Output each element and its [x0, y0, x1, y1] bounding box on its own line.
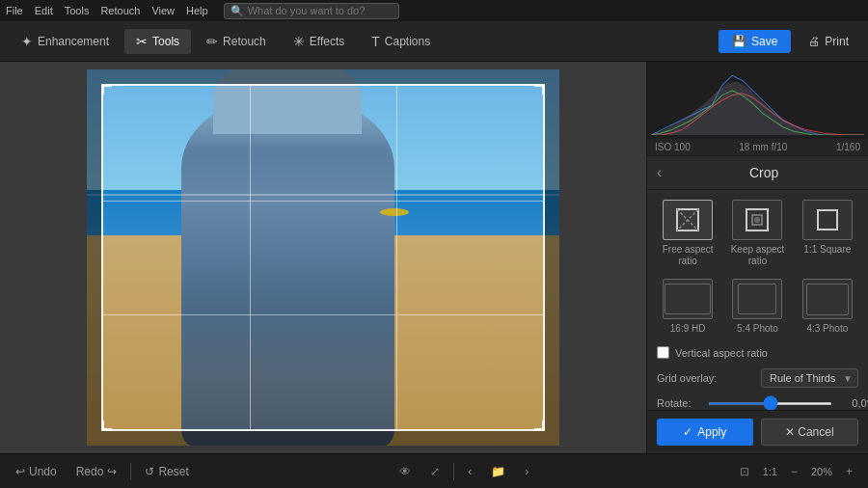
exif-iso: ISO 100 — [655, 142, 691, 152]
tab-tools-label: Tools — [152, 35, 179, 48]
free-crop-svg — [674, 206, 701, 233]
preset-54-rect — [738, 284, 776, 314]
grid-v1 — [250, 86, 251, 429]
zoom-in-button[interactable]: + — [840, 463, 858, 480]
zoom-100: 1:1 — [763, 466, 777, 477]
crop-grid — [103, 86, 543, 429]
bottom-right: ⊡ 1:1 − 20% + — [734, 463, 858, 480]
preset-keep[interactable]: Keep aspectratio — [726, 200, 788, 267]
folder-icon: 📁 — [491, 465, 505, 478]
preset-54[interactable]: 5:4 Photo — [726, 279, 788, 335]
fit-button[interactable]: ⤢ — [424, 463, 446, 480]
back-button[interactable]: ‹ — [657, 164, 662, 181]
crop-handle-br[interactable] — [534, 420, 544, 430]
preset-keep-label: Keep aspectratio — [731, 244, 785, 267]
menu-item-tools[interactable]: Tools — [65, 5, 90, 16]
retouch-icon: ✏ — [206, 34, 218, 49]
crop-presets-row2: 16:9 HD 5:4 Photo 4:3 Photo — [657, 279, 858, 335]
canvas-area[interactable] — [0, 62, 646, 453]
preset-43[interactable]: 4:3 Photo — [797, 279, 858, 335]
vertical-checkbox[interactable] — [657, 346, 669, 359]
crop-handle-bl[interactable] — [102, 420, 112, 430]
nav-left-button[interactable]: ‹ — [462, 463, 477, 480]
preset-54-label: 5:4 Photo — [737, 323, 778, 335]
cancel-button[interactable]: ✕ Cancel — [761, 419, 859, 446]
crop-icon: ⊡ — [740, 465, 749, 478]
search-icon: 🔍 — [231, 5, 244, 17]
save-label: Save — [751, 35, 777, 48]
print-label: Print — [825, 35, 849, 48]
menu-bar: File Edit Tools Retouch View Help 🔍 — [0, 0, 868, 21]
crop-dim-bottom — [87, 431, 559, 446]
apply-button[interactable]: ✓ Apply — [657, 419, 753, 446]
grid-v2 — [396, 86, 397, 429]
panel-title: Crop — [669, 165, 858, 180]
grid-select[interactable]: Rule of Thirds Grid Diagonal Triangle Go… — [761, 368, 858, 388]
panel-header: ‹ Crop — [647, 156, 868, 190]
keep-crop-svg — [744, 206, 771, 233]
exif-focal: 18 mm f/10 — [739, 142, 787, 152]
search-input[interactable] — [248, 5, 393, 16]
reset-button[interactable]: ↺ Reset — [139, 463, 194, 480]
print-button[interactable]: 🖨 Print — [799, 30, 858, 53]
grid-select-wrapper: Rule of Thirds Grid Diagonal Triangle Go… — [761, 368, 858, 388]
redo-icon: ↪ — [107, 465, 117, 478]
crop-dim-right — [545, 84, 559, 431]
histogram — [647, 62, 868, 139]
preset-54-icon — [732, 279, 782, 319]
redo-label: Redo — [76, 465, 104, 478]
grid-h1 — [103, 201, 543, 202]
zoom-out-icon: − — [791, 465, 798, 478]
preset-169[interactable]: 16:9 HD — [657, 279, 719, 335]
menu-item-edit[interactable]: Edit — [35, 5, 53, 16]
crop-bottom-button[interactable]: ⊡ — [734, 463, 755, 480]
menu-item-retouch[interactable]: Retouch — [100, 5, 140, 16]
separator-1 — [130, 463, 131, 480]
separator-2 — [453, 463, 454, 480]
tab-effects-label: Effects — [310, 35, 344, 48]
tab-enhancement-label: Enhancement — [38, 35, 109, 48]
exif-bar: ISO 100 18 mm f/10 1/160 — [647, 139, 868, 156]
toolbar: ✦ Enhancement ✂ Tools ✏ Retouch ✳ Effect… — [0, 21, 868, 62]
photo-container — [87, 69, 559, 446]
tab-enhancement[interactable]: ✦ Enhancement — [10, 29, 121, 54]
checkmark-icon: ✓ — [683, 425, 692, 439]
tab-captions[interactable]: T Captions — [360, 29, 442, 54]
tab-retouch[interactable]: ✏ Retouch — [195, 29, 278, 54]
rotate-value: 0,0° — [840, 397, 868, 409]
preset-free-label: Free aspectratio — [663, 244, 714, 267]
preset-free[interactable]: Free aspectratio — [657, 200, 719, 267]
folder-button[interactable]: 📁 — [485, 463, 511, 480]
menu-item-file[interactable]: File — [6, 5, 23, 16]
zoom-out-button[interactable]: − — [785, 463, 803, 480]
preset-169-label: 16:9 HD — [670, 323, 706, 335]
preset-square[interactable]: 1:1 Square — [797, 200, 858, 267]
tab-effects[interactable]: ✳ Effects — [282, 29, 356, 54]
grid-overlay-row: Grid overlay: Rule of Thirds Grid Diagon… — [657, 368, 858, 388]
redo-button[interactable]: Redo ↪ — [70, 463, 123, 480]
crop-handle-tr[interactable] — [534, 85, 544, 95]
tab-retouch-label: Retouch — [223, 35, 266, 48]
svg-rect-7 — [818, 210, 837, 230]
preset-169-icon — [663, 279, 713, 319]
tab-tools[interactable]: ✂ Tools — [124, 29, 191, 54]
search-box[interactable]: 🔍 — [224, 3, 399, 19]
save-button[interactable]: 💾 Save — [719, 30, 791, 53]
menu-item-help[interactable]: Help — [186, 5, 208, 16]
crop-dim-left — [87, 84, 101, 431]
undo-button[interactable]: ↩ Undo — [10, 463, 63, 480]
grid-overlay-label: Grid overlay: — [657, 372, 717, 384]
bottom-bar: ↩ Undo Redo ↪ ↺ Reset 👁 ⤢ ‹ 📁 › — [0, 453, 868, 488]
rotate-label: Rotate: — [657, 397, 700, 409]
eye-button[interactable]: 👁 — [393, 463, 417, 480]
crop-options: Free aspectratio Keep aspectratio — [647, 190, 868, 410]
crop-handle-tl[interactable] — [102, 85, 112, 95]
menu-item-view[interactable]: View — [151, 5, 175, 16]
nav-right-button[interactable]: › — [519, 463, 534, 480]
crop-dim-top — [87, 69, 559, 84]
crop-overlay[interactable] — [101, 84, 545, 431]
rotate-slider[interactable] — [708, 402, 832, 405]
preset-square-icon — [802, 200, 853, 240]
histogram-chart — [651, 66, 864, 135]
square-crop-svg — [814, 206, 841, 233]
